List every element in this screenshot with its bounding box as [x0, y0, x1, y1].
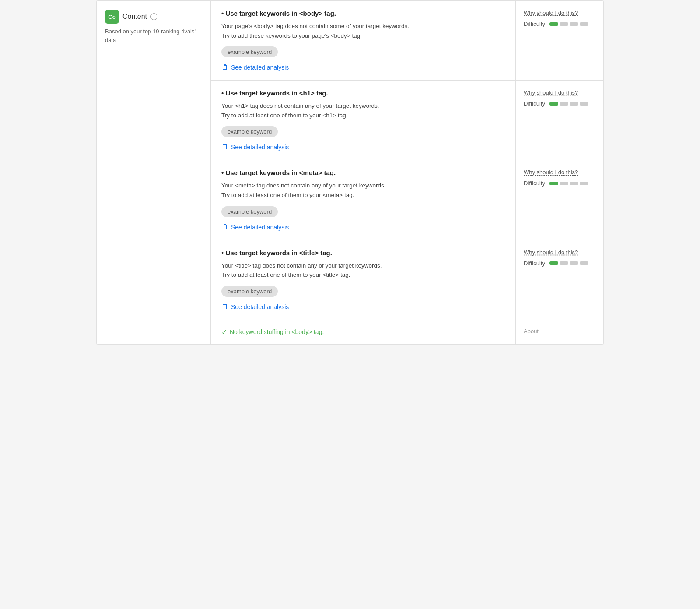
success-title: ✓ No keyword stuffing in <body> tag.	[221, 328, 505, 336]
difficulty-row-h1: Difficulty:	[524, 100, 595, 107]
difficulty-row-title: Difficulty:	[524, 260, 595, 267]
about-text: About	[524, 328, 539, 334]
diff-bar-4-meta	[580, 182, 588, 185]
keyword-badge-title: example keyword	[221, 286, 278, 297]
analysis-icon-body: 🗒	[221, 63, 228, 71]
keyword-badge-body: example keyword	[221, 46, 278, 57]
diff-bar-2-title	[560, 261, 568, 265]
diff-bar-2-h1	[560, 102, 568, 106]
see-analysis-link-body[interactable]: 🗒 See detailed analysis	[221, 63, 505, 71]
keyword-badge-h1: example keyword	[221, 126, 278, 137]
difficulty-bars-meta	[550, 182, 588, 185]
difficulty-label-meta: Difficulty:	[524, 180, 547, 187]
row-desc-body: Your page's <body> tag does not contain …	[221, 21, 505, 40]
row-title-meta: Use target keywords in <meta> tag.	[221, 169, 505, 176]
right-cell-meta: Why should I do this? Difficulty:	[516, 160, 603, 240]
why-link-h1[interactable]: Why should I do this?	[524, 89, 595, 96]
why-link-title[interactable]: Why should I do this?	[524, 249, 595, 256]
difficulty-bars-h1	[550, 102, 588, 106]
row-desc-title: Your <title> tag does not contain any of…	[221, 261, 505, 280]
info-icon[interactable]: i	[150, 13, 158, 20]
analysis-link-text-title: See detailed analysis	[231, 303, 289, 310]
analysis-icon-h1: 🗒	[221, 143, 228, 151]
why-link-body[interactable]: Why should I do this?	[524, 10, 595, 16]
success-text: No keyword stuffing in <body> tag.	[230, 328, 324, 335]
difficulty-bars-title	[550, 261, 588, 265]
right-cell-title: Why should I do this? Difficulty:	[516, 240, 603, 320]
diff-bar-3-h1	[570, 102, 578, 106]
diff-bar-1-meta	[550, 182, 558, 185]
analysis-icon-meta: 🗒	[221, 223, 228, 231]
diff-bar-4-body	[580, 22, 588, 26]
main-table: Co Content i Based on your top 10-rankin…	[97, 0, 603, 345]
content-cell-title: Use target keywords in <title> tag. Your…	[211, 240, 516, 320]
analysis-link-text-h1: See detailed analysis	[231, 144, 289, 151]
content-cell-meta: Use target keywords in <meta> tag. Your …	[211, 160, 516, 240]
see-analysis-link-title[interactable]: 🗒 See detailed analysis	[221, 303, 505, 311]
diff-bar-1-h1	[550, 102, 558, 106]
diff-bar-3-title	[570, 261, 578, 265]
diff-bar-3-body	[570, 22, 578, 26]
diff-bar-4-h1	[580, 102, 588, 106]
sidebar-logo: Co	[105, 10, 119, 24]
sidebar-title: Content	[122, 13, 147, 21]
difficulty-bars-body	[550, 22, 588, 26]
row-title-h1: Use target keywords in <h1> tag.	[221, 89, 505, 97]
row-title-title: Use target keywords in <title> tag.	[221, 249, 505, 257]
diff-bar-4-title	[580, 261, 588, 265]
content-cell-h1: Use target keywords in <h1> tag. Your <h…	[211, 81, 516, 160]
keyword-badge-meta: example keyword	[221, 206, 278, 217]
right-cell-h1: Why should I do this? Difficulty:	[516, 81, 603, 160]
why-link-meta[interactable]: Why should I do this?	[524, 169, 595, 176]
difficulty-label-title: Difficulty:	[524, 260, 547, 267]
right-cell-body: Why should I do this? Difficulty:	[516, 1, 603, 81]
difficulty-label-h1: Difficulty:	[524, 100, 547, 107]
see-analysis-link-h1[interactable]: 🗒 See detailed analysis	[221, 143, 505, 151]
table-row: Co Content i Based on your top 10-rankin…	[97, 1, 603, 81]
difficulty-label-body: Difficulty:	[524, 21, 547, 27]
success-cell: ✓ No keyword stuffing in <body> tag.	[211, 320, 516, 344]
content-cell-body: Use target keywords in <body> tag. Your …	[211, 1, 516, 81]
diff-bar-2-meta	[560, 182, 568, 185]
about-cell: About	[516, 320, 603, 344]
diff-bar-1-body	[550, 22, 558, 26]
analysis-link-text-body: See detailed analysis	[231, 64, 289, 71]
checkmark-icon: ✓	[221, 328, 227, 336]
diff-bar-2-body	[560, 22, 568, 26]
sidebar-header: Co Content i	[105, 10, 203, 24]
row-desc-h1: Your <h1> tag does not contain any of yo…	[221, 101, 505, 120]
diff-bar-1-title	[550, 261, 558, 265]
analysis-icon-title: 🗒	[221, 303, 228, 311]
sidebar-cell: Co Content i Based on your top 10-rankin…	[97, 1, 211, 345]
row-title-body: Use target keywords in <body> tag.	[221, 10, 505, 17]
sidebar-subtitle: Based on your top 10-ranking rivals' dat…	[105, 27, 203, 44]
analysis-link-text-meta: See detailed analysis	[231, 224, 289, 231]
diff-bar-3-meta	[570, 182, 578, 185]
difficulty-row-body: Difficulty:	[524, 21, 595, 27]
page-wrapper: Co Content i Based on your top 10-rankin…	[96, 0, 604, 345]
difficulty-row-meta: Difficulty:	[524, 180, 595, 187]
see-analysis-link-meta[interactable]: 🗒 See detailed analysis	[221, 223, 505, 231]
row-desc-meta: Your <meta> tag does not contain any of …	[221, 181, 505, 200]
